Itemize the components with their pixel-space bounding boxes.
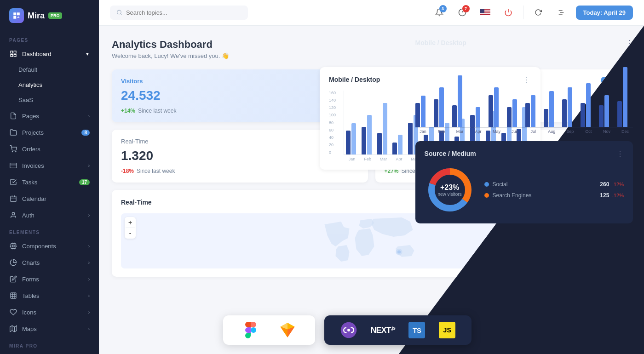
divider [523,6,523,19]
y-label-160: 160 [329,91,336,95]
notifications-button[interactable]: 3 [431,4,448,21]
dark-bar-may-l [494,87,499,127]
dark-x-jun: Jun [507,129,523,134]
bar-apr-dark [392,143,397,154]
chevron-down-icon: › [88,163,90,168]
bar-feb-dark [362,127,366,154]
dark-bar-oct-l [586,83,591,127]
sidebar-item-label: Tasks [22,179,37,186]
dark-bar-group-jul [525,95,541,127]
y-label-120: 120 [329,105,336,110]
bar-feb-light [367,115,372,154]
sidebar-item-charts[interactable]: Charts › [0,254,99,271]
dark-bar-group-feb [434,87,449,127]
svg-rect-1 [14,51,16,53]
svg-rect-41 [480,9,484,13]
source-medium-card: Source / Medium ⋮ [415,141,633,223]
sidebar-item-label: Analytics [18,81,42,88]
sidebar-item-orders[interactable]: Orders [0,141,99,157]
bar-jan-light [351,123,356,154]
dark-bar-jan-d [415,103,420,127]
dark-chart-menu[interactable]: ⋮ [626,39,633,47]
search-input[interactable] [126,9,242,16]
dark-bar-apr-l [476,107,480,127]
bar-group-jan [346,123,359,154]
x-label-apr: Apr [393,157,406,161]
search-box[interactable] [110,6,248,20]
pro-badge: PRO [48,12,62,19]
notifications-count: 3 [439,5,447,12]
source-header: Source / Medium ⋮ [425,149,624,158]
realtime-change-label: Since last week [137,168,175,174]
sidebar-item-calendar[interactable]: Calendar [0,190,99,207]
sidebar-item-projects[interactable]: Projects 8 [0,124,99,141]
credit-card-icon [9,161,17,170]
source-value-social: 260 [600,181,609,188]
tasks-badge: 17 [79,179,90,185]
sidebar-item-auth[interactable]: Auth › [0,207,99,223]
y-label-0: 0 [329,150,336,155]
source-menu-icon[interactable]: ⋮ [616,149,624,158]
svg-rect-13 [11,244,16,249]
sidebar-item-saas[interactable]: SaaS [0,92,99,108]
svg-rect-8 [11,196,16,202]
sidebar-item-tasks[interactable]: Tasks 17 [0,174,99,190]
refresh-button[interactable] [530,4,546,21]
svg-rect-14 [12,245,14,247]
sidebar-item-dashboard[interactable]: Dashboard ▼ [0,46,99,62]
sidebar-item-label: Calendar [22,195,46,202]
x-label-jan: Jan [345,157,358,161]
dark-bar-feb-l [439,87,444,127]
mira-pro-section-title: MIRA PRO [0,337,99,351]
dark-bar-mar-d [452,105,457,127]
sidebar-item-label: Tables [22,292,40,299]
sidebar-item-maps[interactable]: Maps › [0,320,99,337]
dark-bar-sep-d [562,99,567,127]
dark-bar-dec-d [617,101,622,127]
dark-bar-chart-section: Mobile / Desktop ⋮ [415,35,633,134]
filter-button[interactable] [553,4,569,21]
source-item-search: Search Engines 125 -12% [484,192,624,199]
shopping-cart-icon [9,145,17,153]
sidebar-item-default[interactable]: Default [0,62,99,77]
bar-group-mar [377,103,390,154]
y-label-100: 100 [329,113,336,117]
dark-chart-title: Mobile / Desktop [415,39,466,46]
source-dot-social [484,182,489,187]
svg-rect-3 [14,54,16,57]
grid-icon [9,50,17,58]
source-name-search: Search Engines [484,192,532,199]
topbar: 3 7 [99,0,644,26]
sidebar-item-forms[interactable]: Forms › [0,271,99,287]
bar-mar-light [383,103,387,154]
logo-icon [9,8,24,23]
sidebar-item-invoices[interactable]: Invoices › [0,157,99,174]
dark-bar-group-sep [562,87,578,127]
heart-icon [9,308,17,316]
svg-marker-28 [10,325,17,331]
dark-bar-chart [415,54,633,127]
power-button[interactable] [500,4,517,21]
dark-bar-group-nov [599,95,615,127]
check-square-icon [9,178,17,186]
svg-rect-6 [10,163,17,168]
sidebar-item-icons[interactable]: Icons › [0,304,99,320]
source-list: Social 260 -12% Search Engines [484,181,624,199]
mobile-desktop-title: Mobile / Desktop [329,76,380,83]
sidebar-item-tables[interactable]: Tables › [0,287,99,304]
x-label-mar: Mar [377,157,390,161]
today-button[interactable]: Today: April 29 [576,6,633,20]
projects-badge: 8 [81,130,90,136]
folder-icon [9,128,17,137]
sidebar-item-pages[interactable]: Pages › [0,108,99,124]
sidebar-item-components[interactable]: Components › [0,238,99,254]
sidebar-item-label: Pages [22,113,39,120]
sidebar-item-analytics[interactable]: Analytics [0,77,99,92]
flag-button[interactable] [477,4,494,21]
edit-icon [9,275,17,283]
sidebar-item-label: Maps [22,325,37,332]
dark-x-aug: Aug [544,129,559,134]
y-label-40: 40 [329,135,336,140]
alerts-button[interactable]: 7 [454,4,471,21]
source-content: +23% new visitors Social 260 [425,165,624,215]
